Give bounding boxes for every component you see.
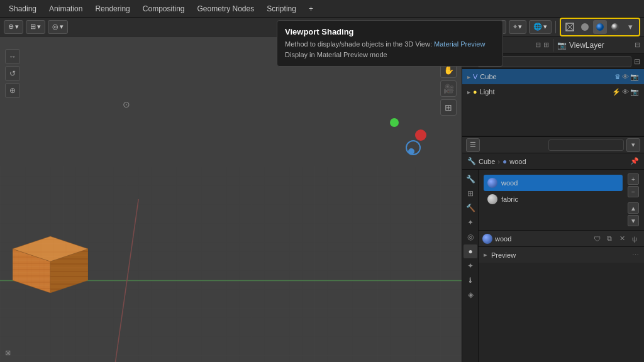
tooltip-sub: Display in Material Preview mode (285, 51, 387, 58)
viewport-3d[interactable]: ⊙ ↔ ↺ ⊕ 🔍 ✋ 🎥 ⊞ ⊠ (0, 36, 462, 362)
scene-filter-icon[interactable]: ⊟ (535, 41, 541, 49)
outliner-filter-icon[interactable]: ⊟ (634, 57, 640, 66)
move-tool-btn[interactable]: ↔ (5, 49, 20, 64)
properties-content: wood fabric + − (479, 170, 644, 362)
breadcrumb-pin-icon[interactable]: 📌 (630, 157, 639, 165)
viewlayer-header: 📷 ViewLayer ⊟ (553, 41, 644, 50)
tooltip-description: Method to display/shade objects in the 3… (285, 40, 432, 48)
material-slot-controls: + − ▲ ▼ (625, 172, 641, 228)
wood-sphere (487, 178, 497, 188)
active-material-slot: wood 🛡 ⧉ ✕ ψ (479, 230, 644, 246)
menu-geometry-nodes[interactable]: Geometry Nodes (191, 2, 261, 16)
shading-wireframe-btn[interactable] (563, 20, 577, 34)
fabric-sphere (487, 194, 497, 204)
mat-copy-icon[interactable]: ⧉ (604, 233, 615, 244)
light-actions: ⚡ 👁 📷 (612, 88, 639, 96)
cube-link-icon[interactable]: ♛ (614, 73, 621, 81)
properties-main: 🔧 ⊞ 🔨 ✦ ◎ ● ✦ 🌡 ◈ (462, 170, 644, 362)
viewport-render-btn[interactable]: 🌐 ▾ (529, 20, 552, 34)
mat-users-icon[interactable]: ψ (629, 233, 640, 244)
main-area: ⊙ ↔ ↺ ⊕ 🔍 ✋ 🎥 ⊞ ⊠ 🎬 Scene (0, 36, 644, 362)
proportional-btn[interactable]: ◎ ▾ (48, 20, 68, 34)
light-label: Light (480, 88, 609, 96)
viewport-info-text: ⊠ (5, 349, 11, 356)
cursor-icon: ⊕ (8, 23, 14, 31)
view-grid-btn[interactable]: ⊞ (440, 99, 457, 116)
menu-rendering[interactable]: Rendering (89, 2, 136, 16)
cube-actions: ♛ 👁 📷 (614, 73, 639, 81)
prop-object-icon[interactable]: ⊞ (464, 187, 477, 200)
prop-output-icon[interactable]: ◈ (464, 288, 477, 302)
shading-dropdown-btn[interactable]: ▾ (623, 20, 637, 34)
prop-icon-btn-left[interactable]: 🔧 (467, 157, 476, 165)
prop-dropdown-btn[interactable]: ▾ (626, 138, 640, 152)
prop-modifiers-icon[interactable]: 🔨 (464, 201, 477, 215)
prop-particles-icon[interactable]: ✦ (464, 216, 477, 229)
shading-solid-btn[interactable] (578, 20, 592, 34)
menu-scripting[interactable]: Scripting (260, 2, 303, 16)
cube-eye-icon[interactable]: 👁 (622, 73, 629, 81)
material-item-wood[interactable]: wood (484, 175, 623, 191)
breadcrumb-sep: › (497, 158, 500, 165)
shading-material-btn[interactable] (593, 20, 607, 34)
material-list: wood fabric (481, 172, 625, 228)
prop-search-input[interactable] (548, 140, 624, 151)
material-item-fabric[interactable]: fabric (484, 191, 623, 207)
move-up-btn[interactable]: ▲ (628, 202, 639, 214)
preview-section[interactable]: ▸ Preview ⋯ (479, 246, 644, 263)
prop-physics-icon[interactable]: ◎ (464, 230, 477, 244)
outliner-item-cube[interactable]: ▸ V Cube ♛ 👁 📷 (462, 69, 644, 84)
viewlayer-icon: 📷 (557, 41, 567, 50)
cube-camera-icon[interactable]: 📷 (630, 73, 639, 81)
top-menu-bar: Shading Animation Rendering Compositing … (0, 0, 644, 18)
svg-point-4 (596, 23, 604, 31)
light-eye-icon[interactable]: 👁 (622, 88, 629, 96)
fabric-name: fabric (501, 195, 619, 203)
breadcrumb-object: Cube (479, 158, 495, 165)
prop-scene-icon[interactable]: 🔧 (464, 172, 477, 186)
toolbar-separator (555, 21, 556, 33)
preview-label: Preview (491, 251, 516, 259)
left-toolbar: ↔ ↺ ⊕ (5, 49, 20, 98)
prop-dropdown: ▾ (60, 23, 64, 31)
svg-point-3 (581, 23, 589, 31)
menu-compositing[interactable]: Compositing (136, 2, 191, 16)
scale-tool-btn[interactable]: ⊕ (5, 83, 20, 98)
material-list-area: wood fabric + − (479, 170, 644, 230)
properties-breadcrumb: 🔧 Cube › ● wood 📌 (462, 153, 644, 170)
light-camera-icon[interactable]: 📷 (630, 88, 639, 96)
prop-menu-btn[interactable]: ☰ (466, 138, 480, 152)
menu-add-workspace[interactable]: + (303, 2, 319, 16)
mat-close-icon[interactable]: ✕ (616, 233, 628, 244)
menu-animation[interactable]: Animation (43, 2, 89, 16)
orbit-tool-btn[interactable]: 🎥 (440, 80, 457, 97)
viewlayer-filter-icon[interactable]: ⊟ (635, 41, 640, 49)
red-dot (415, 129, 426, 141)
viewlayer-title: ViewLayer (569, 41, 604, 50)
blue-dot-small (408, 148, 414, 155)
rotate-tool-btn[interactable]: ↺ (5, 66, 20, 81)
camera-gizmo: ⊙ (123, 99, 130, 109)
breadcrumb-material: wood (509, 158, 526, 165)
svg-point-5 (611, 23, 619, 31)
gizmo-btn[interactable]: ⌖ ▾ (509, 20, 526, 34)
prop-world-icon[interactable]: 🌡 (464, 273, 477, 287)
remove-material-btn[interactable]: − (628, 186, 639, 197)
move-down-btn[interactable]: ▼ (628, 215, 639, 226)
scene-extra-icon[interactable]: ⊞ (543, 41, 549, 49)
breadcrumb-sphere: ● (502, 157, 507, 166)
add-material-btn[interactable]: + (628, 173, 639, 185)
tooltip-mode: Material Preview (434, 40, 485, 48)
shading-rendered-btn[interactable] (608, 20, 622, 34)
mat-shield-icon[interactable]: 🛡 (591, 233, 602, 244)
cursor-mode-btn[interactable]: ⊕ ▾ (4, 20, 23, 34)
prop-texture-icon[interactable]: ✦ (464, 259, 477, 273)
snap-btn[interactable]: ⊞ ▾ (26, 20, 45, 34)
prop-material-icon[interactable]: ● (464, 244, 477, 258)
wood-name: wood (501, 179, 619, 187)
outliner-item-light[interactable]: ▸ ● Light ⚡ 👁 📷 (462, 84, 644, 99)
light-link-icon[interactable]: ⚡ (612, 88, 621, 96)
preview-dots-icon: ⋯ (632, 251, 639, 259)
outliner-list: ▸ V Cube ♛ 👁 📷 ▸ ● Light ⚡ � (462, 69, 644, 136)
menu-shading[interactable]: Shading (3, 2, 43, 16)
